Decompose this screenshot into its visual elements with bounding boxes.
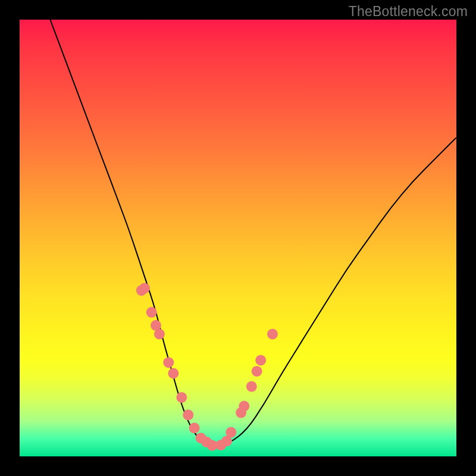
highlight-dot <box>267 329 278 340</box>
highlight-dot <box>163 357 174 368</box>
chart-area <box>20 20 456 456</box>
highlight-dot <box>226 427 236 438</box>
highlight-dot <box>252 366 262 377</box>
highlight-dot <box>146 307 157 318</box>
highlight-dot <box>168 368 178 379</box>
highlight-dot <box>154 329 165 340</box>
chart-svg <box>20 20 456 456</box>
watermark-text: TheBottleneck.com <box>349 4 468 20</box>
highlight-dot <box>183 409 193 420</box>
highlight-dots-group <box>136 283 278 450</box>
highlight-dot <box>139 283 150 293</box>
highlight-dot <box>246 381 257 392</box>
highlight-dot <box>239 401 249 412</box>
highlight-dot <box>189 422 200 433</box>
highlight-dot <box>176 392 187 403</box>
highlight-dot <box>255 355 266 366</box>
